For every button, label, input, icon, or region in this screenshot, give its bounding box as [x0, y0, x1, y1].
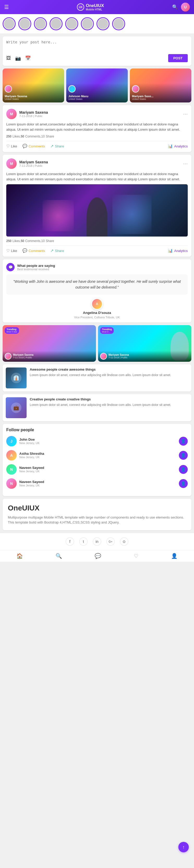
- share-button[interactable]: ↗ Share: [50, 248, 64, 253]
- trending-date-1: 7-11-2018 | Public: [13, 356, 33, 359]
- story-item[interactable]: [49, 17, 63, 30]
- trending-card-2[interactable]: Trending Most D... Mariyam Saxena 7-11-2…: [98, 325, 191, 362]
- twitter-icon[interactable]: t: [79, 537, 88, 546]
- author-role: Vice President, Collsera Tribute, UK: [74, 316, 120, 319]
- linkedin-icon[interactable]: in: [93, 537, 101, 546]
- follow-button-4[interactable]: 👤: [179, 479, 188, 488]
- share-icon: ↗: [50, 248, 54, 253]
- app-logo: UX OneUIUX Mobile HTML: [77, 3, 104, 11]
- testimonial-author: A Angelina D'souza Vice President, Colls…: [6, 298, 188, 319]
- trending-card-1[interactable]: Trending Most 5 Star Mariyam Saxena 7-11…: [3, 325, 96, 362]
- image-upload-icon[interactable]: 🖼: [6, 55, 11, 61]
- user-avatar[interactable]: U: [181, 3, 190, 11]
- search-nav-icon: 🔍: [55, 553, 62, 559]
- analytics-icon: 📊: [168, 248, 173, 253]
- app-header: ☰ UX OneUIUX Mobile HTML 🔍 U: [0, 0, 194, 14]
- nav-home[interactable]: 🏠: [16, 553, 23, 559]
- follow-button-1[interactable]: 👤: [179, 437, 188, 446]
- trending-overlay-1: Mariyam Saxena 7-11-2018 | Public: [3, 351, 96, 362]
- trending-avatar-2: [100, 353, 107, 360]
- post-stats: 250Likes,50Comments,10Share: [6, 239, 188, 243]
- nav-search[interactable]: 🔍: [55, 553, 62, 559]
- nav-profile[interactable]: 👤: [171, 553, 178, 559]
- feed-post-1: M Mariyam Saxena 7-11-2018 | Public ⋯ Lo…: [3, 105, 191, 152]
- googleplus-icon[interactable]: G+: [106, 537, 115, 546]
- follow-avatar-4: N: [6, 478, 17, 489]
- search-icon[interactable]: 🔍: [172, 4, 178, 10]
- story-item[interactable]: [65, 17, 79, 30]
- post-actions-bar: ♡ Like 💬 Comments ↗ Share 📊 Analytics: [6, 141, 188, 149]
- trending-section: Trending Most 5 Star Mariyam Saxena 7-11…: [3, 325, 191, 362]
- post-menu-icon[interactable]: ⋯: [183, 161, 188, 166]
- story-card-name: Johnson Maxu: [68, 95, 126, 98]
- testimonial-title: What people are saying: [17, 264, 55, 268]
- follow-avatar-2: A: [6, 450, 17, 461]
- story-card-name: Mariyam Saxena: [5, 95, 62, 98]
- home-icon: 🏠: [16, 553, 23, 559]
- post-image: [6, 184, 188, 237]
- post-menu-icon[interactable]: ⋯: [183, 111, 188, 117]
- follow-info-2: Astha Shrestha New Jersey, UK: [19, 452, 176, 459]
- pinterest-icon[interactable]: ⊙: [120, 537, 128, 546]
- testimonial-section: 💬 What people are saying Best testimonia…: [3, 259, 191, 322]
- calendar-icon[interactable]: 📅: [25, 55, 31, 61]
- trending-overlay-2: Mariyam Saxena 7-11-2018 | Public: [98, 351, 191, 362]
- story-item[interactable]: [112, 17, 126, 30]
- story-card[interactable]: Johnson Maxu United States: [66, 68, 128, 102]
- logo-badge: UX: [77, 3, 84, 11]
- follow-button-2[interactable]: 👤: [179, 451, 188, 460]
- follow-item-3: N Naveen Sayeed New Jersey, UK 👤: [6, 464, 188, 475]
- post-button[interactable]: POST: [168, 54, 188, 62]
- post-actions-bar: ♡ Like 💬 Comments ↗ Share 📊 Analytics: [6, 245, 188, 253]
- follow-name-2: Astha Shrestha: [19, 452, 176, 456]
- post-input[interactable]: [6, 40, 188, 51]
- post-stats: 250Likes,50Comments,10Share: [6, 134, 188, 138]
- message-icon: 💬: [95, 553, 101, 559]
- story-card[interactable]: Mariyam Saxena United States: [3, 68, 64, 102]
- post-meta: 7-11-2018 | Public: [19, 164, 48, 167]
- like-button[interactable]: ♡ Like: [6, 144, 17, 149]
- story-item[interactable]: [18, 17, 32, 30]
- article-card-1[interactable]: 👔 Awesome people create awesome things L…: [3, 364, 191, 392]
- follow-location-3: New Jersey, UK: [19, 470, 176, 473]
- comments-button[interactable]: 💬 Comments: [23, 248, 45, 253]
- camera-icon[interactable]: 📷: [15, 55, 21, 61]
- like-button[interactable]: ♡ Like: [6, 248, 17, 253]
- footer-social: f t in G+ ⊙: [0, 533, 194, 550]
- analytics-button[interactable]: 📊 Analytics: [168, 144, 188, 149]
- article-card-2[interactable]: 💼 Creative people create creative things…: [3, 394, 191, 421]
- nav-messages[interactable]: 💬: [95, 553, 101, 559]
- nav-likes[interactable]: ♡: [134, 553, 139, 559]
- add-user-icon: 👤: [181, 467, 186, 472]
- story-card-location: United States: [68, 98, 126, 100]
- follow-button-3[interactable]: 👤: [179, 465, 188, 474]
- post-text: Lorem ipsum dolor sit amet,consectetur a…: [6, 172, 188, 182]
- follow-name-4: Naveen Sayeed: [19, 480, 176, 484]
- story-card-location: United States: [5, 98, 62, 100]
- follow-avatar-3: N: [6, 464, 17, 475]
- story-item[interactable]: [3, 17, 16, 30]
- share-button[interactable]: ↗ Share: [50, 144, 64, 149]
- facebook-icon[interactable]: f: [66, 537, 74, 546]
- trending-author-2: Mariyam Saxena: [109, 353, 129, 356]
- menu-icon[interactable]: ☰: [4, 4, 9, 10]
- brand-name: OneUIUX: [8, 504, 186, 512]
- story-item[interactable]: [34, 17, 47, 30]
- story-card[interactable]: Mariyam Saxe... United States: [130, 68, 191, 102]
- share-label: Share: [55, 249, 64, 253]
- follow-location-1: New Jersey, UK: [19, 441, 176, 444]
- article-title-1: Awesome people create awesome things: [30, 368, 171, 371]
- author-name: Angelina D'souza: [83, 311, 111, 315]
- story-item[interactable]: [96, 17, 110, 30]
- story-cards: Mariyam Saxena United States Johnson Max…: [3, 68, 191, 102]
- testimonial-header: 💬 What people are saying Best testimonia…: [6, 263, 188, 271]
- post-actions: 🖼 📷 📅 POST: [6, 54, 188, 62]
- comments-button[interactable]: 💬 Comments: [23, 144, 45, 149]
- follow-info-3: Naveen Sayeed New Jersey, UK: [19, 466, 176, 473]
- feed-post-2: M Mariyam Saxena 7-11-2018 | Public ⋯ Lo…: [3, 155, 191, 257]
- app-subtitle: Mobile HTML: [86, 8, 104, 11]
- app-name: OneUIUX: [86, 3, 104, 8]
- article-image-2: 💼: [6, 397, 27, 418]
- analytics-button[interactable]: 📊 Analytics: [168, 248, 188, 253]
- story-item[interactable]: [81, 17, 94, 30]
